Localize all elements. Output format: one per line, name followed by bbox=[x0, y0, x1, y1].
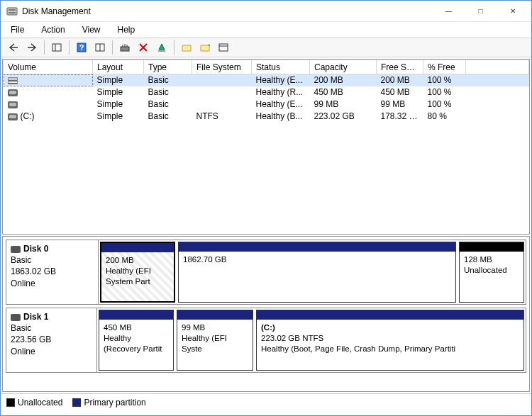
disk-row[interactable]: Disk 1 Basic 223.56 GB Online450 MBHealt… bbox=[6, 308, 526, 373]
unallocated-swatch bbox=[6, 398, 15, 407]
volume-list-pane[interactable]: VolumeLayoutTypeFile SystemStatusCapacit… bbox=[2, 59, 530, 235]
volume-table[interactable]: VolumeLayoutTypeFile SystemStatusCapacit… bbox=[3, 60, 529, 123]
titlebar: Disk Management — □ ✕ bbox=[1, 1, 531, 22]
action-button-3[interactable] bbox=[215, 40, 232, 55]
svg-rect-9 bbox=[121, 47, 129, 51]
legend: Unallocated Primary partition bbox=[1, 393, 531, 410]
toolbar-separator bbox=[44, 40, 45, 55]
svg-text:?: ? bbox=[79, 43, 84, 52]
settings-button[interactable] bbox=[92, 40, 109, 55]
legend-primary: Primary partition bbox=[72, 398, 145, 407]
primary-cap bbox=[99, 310, 173, 320]
delete-button[interactable] bbox=[135, 40, 152, 55]
partition-info: (C:)223.02 GB NTFSHealthy (Boot, Page Fi… bbox=[257, 320, 523, 370]
disk-type: Basic bbox=[11, 322, 92, 334]
volume-icon bbox=[8, 77, 18, 84]
show-hide-console-tree-button[interactable] bbox=[48, 40, 65, 55]
menu-view[interactable]: View bbox=[75, 23, 108, 36]
partition[interactable]: 1862.70 GB bbox=[178, 242, 456, 303]
maximize-button[interactable]: □ bbox=[465, 1, 497, 21]
partition-info: 128 MBUnallocated bbox=[460, 252, 523, 302]
svg-rect-1 bbox=[9, 9, 16, 11]
action-button-1[interactable] bbox=[178, 40, 195, 55]
disk-size: 1863.02 GB bbox=[11, 266, 94, 277]
toolbar-separator bbox=[69, 40, 70, 55]
partition-info: 99 MBHealthy (EFI Syste bbox=[177, 320, 253, 370]
primary-cap bbox=[101, 243, 174, 252]
volume-row[interactable]: (C:)SimpleBasicNTFSHealthy (B...223.02 G… bbox=[4, 111, 529, 123]
partition[interactable]: 200 MBHealthy (EFI System Part bbox=[100, 242, 175, 303]
disk-icon bbox=[11, 314, 21, 321]
disk-status: Online bbox=[11, 346, 92, 357]
partitions: 450 MBHealthy (Recovery Partit99 MBHealt… bbox=[97, 308, 526, 372]
svg-rect-10 bbox=[182, 45, 191, 51]
volume-table-header[interactable]: VolumeLayoutTypeFile SystemStatusCapacit… bbox=[4, 60, 529, 74]
primary-cap bbox=[257, 310, 523, 320]
menubar: File Action View Help bbox=[1, 22, 531, 38]
volume-icon bbox=[8, 113, 18, 120]
column-header[interactable]: % Free bbox=[423, 60, 466, 74]
column-header[interactable]: Capacity bbox=[310, 60, 377, 74]
svg-text:✚: ✚ bbox=[208, 43, 210, 49]
legend-unallocated: Unallocated bbox=[6, 398, 62, 407]
svg-rect-0 bbox=[7, 8, 17, 15]
partition-info: 200 MBHealthy (EFI System Part bbox=[101, 252, 174, 301]
volume-row[interactable]: SimpleBasicHealthy (E...200 MB200 MB100 … bbox=[4, 74, 529, 86]
partition[interactable]: (C:)223.02 GB NTFSHealthy (Boot, Page Fi… bbox=[256, 310, 524, 371]
disk-status: Online bbox=[11, 278, 94, 289]
toolbar-separator bbox=[174, 40, 174, 55]
back-button[interactable] bbox=[5, 40, 22, 55]
partition-info: 450 MBHealthy (Recovery Partit bbox=[99, 320, 173, 370]
disk-size: 223.56 GB bbox=[11, 334, 92, 345]
partition[interactable]: 99 MBHealthy (EFI Syste bbox=[177, 310, 253, 371]
disk-name: Disk 0 bbox=[23, 244, 48, 254]
toolbar-separator bbox=[112, 40, 113, 55]
column-header[interactable]: Free Spa... bbox=[377, 60, 423, 74]
primary-cap bbox=[179, 242, 455, 252]
volume-icon bbox=[8, 89, 18, 96]
volume-icon bbox=[8, 101, 18, 108]
volume-row[interactable]: SimpleBasicHealthy (E...99 MB99 MB100 % bbox=[4, 99, 529, 111]
disk-header[interactable]: Disk 1 Basic 223.56 GB Online bbox=[6, 308, 97, 372]
properties-button[interactable] bbox=[153, 40, 170, 55]
menu-help[interactable]: Help bbox=[111, 23, 143, 36]
refresh-button[interactable] bbox=[116, 40, 133, 55]
volume-row[interactable]: SimpleBasicHealthy (R...450 MB450 MB100 … bbox=[4, 86, 529, 99]
menu-file[interactable]: File bbox=[4, 23, 31, 36]
menu-action[interactable]: Action bbox=[34, 23, 72, 36]
disk-type: Basic bbox=[11, 254, 94, 266]
svg-rect-3 bbox=[52, 44, 61, 51]
partitions: 200 MBHealthy (EFI System Part1862.70 GB… bbox=[99, 240, 526, 304]
forward-button[interactable] bbox=[23, 40, 40, 55]
close-button[interactable]: ✕ bbox=[497, 1, 528, 21]
primary-swatch bbox=[72, 398, 81, 407]
column-header[interactable]: Volume bbox=[4, 60, 93, 74]
svg-rect-13 bbox=[219, 44, 228, 51]
app-icon bbox=[6, 6, 18, 17]
disk-header[interactable]: Disk 0 Basic 1863.02 GB Online bbox=[6, 240, 99, 304]
column-header[interactable]: Layout bbox=[93, 60, 144, 74]
window-title: Disk Management bbox=[22, 6, 433, 16]
disk-name: Disk 1 bbox=[23, 312, 48, 322]
partition-info: 1862.70 GB bbox=[179, 252, 455, 302]
disk-icon bbox=[11, 246, 21, 253]
toolbar: ? ✚ bbox=[1, 38, 531, 57]
svg-rect-2 bbox=[9, 12, 16, 13]
minimize-button[interactable]: — bbox=[433, 1, 465, 21]
column-header[interactable]: Type bbox=[144, 60, 192, 74]
primary-cap bbox=[177, 310, 253, 320]
column-header[interactable] bbox=[466, 60, 529, 74]
column-header[interactable]: Status bbox=[252, 60, 310, 74]
disk-row[interactable]: Disk 0 Basic 1863.02 GB Online200 MBHeal… bbox=[6, 240, 526, 305]
action-button-2[interactable]: ✚ bbox=[196, 40, 214, 55]
partition[interactable]: 128 MBUnallocated bbox=[459, 242, 524, 303]
partition[interactable]: 450 MBHealthy (Recovery Partit bbox=[99, 310, 174, 371]
column-header[interactable]: File System bbox=[192, 60, 252, 74]
disk-graphical-pane[interactable]: Disk 0 Basic 1863.02 GB Online200 MBHeal… bbox=[2, 236, 530, 392]
help-button[interactable]: ? bbox=[73, 40, 90, 55]
unallocated-cap bbox=[460, 242, 523, 252]
